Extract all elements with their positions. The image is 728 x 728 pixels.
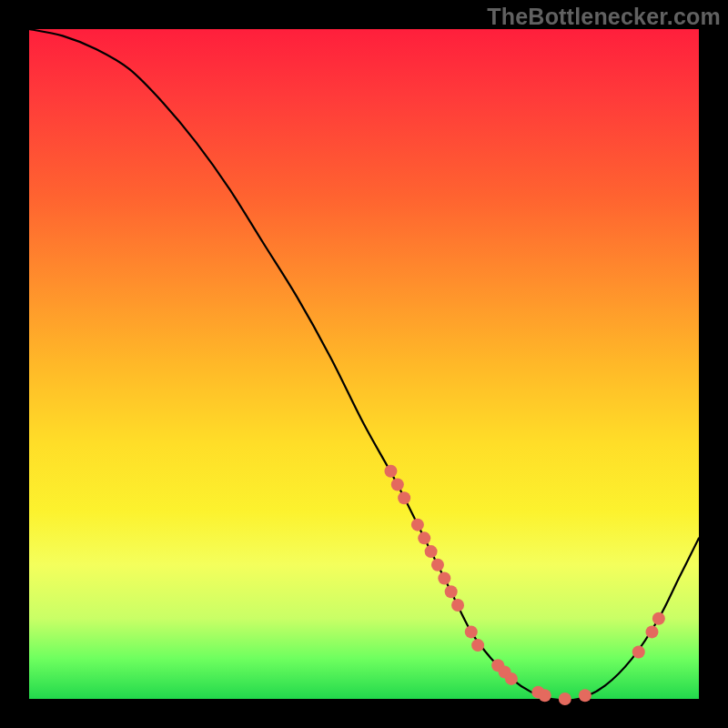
curve-marker [539,689,551,702]
curve-marker [425,545,438,558]
bottleneck-curve [29,29,699,700]
curve-marker [645,625,658,638]
curve-marker [465,625,478,638]
curve-marker [384,465,397,478]
curve-marker [451,599,464,612]
curve-marker [559,693,571,705]
curve-marker [438,572,450,585]
watermark-text: TheBottlenecker.com [487,4,721,30]
curve-marker [411,519,424,531]
curve-marker [391,478,404,490]
chart-svg [29,29,699,699]
plot-area [29,29,699,699]
curve-marker [431,559,444,571]
curve-marker [418,531,430,544]
curve-marker [579,689,592,702]
curve-marker [471,639,484,652]
curve-marker [652,612,665,625]
curve-marker [445,585,458,598]
curve-marker [632,645,645,658]
curve-marker [505,672,518,685]
curve-marker [398,491,410,504]
chart-frame: TheBottlenecker.com [0,0,728,728]
